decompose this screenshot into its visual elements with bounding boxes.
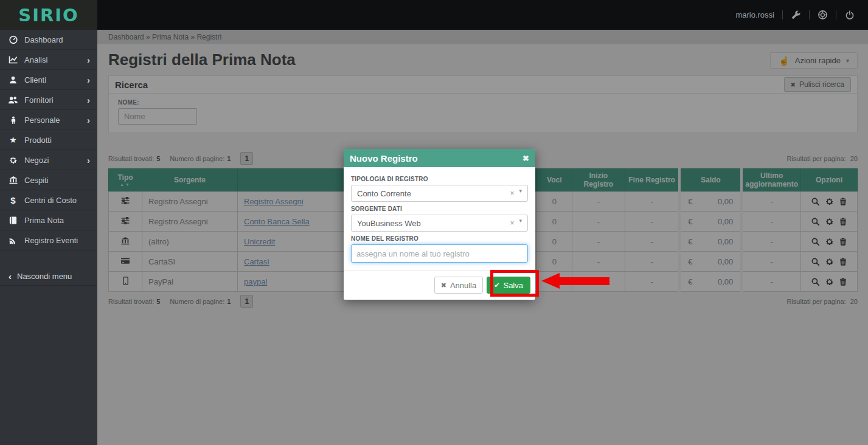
book-icon bbox=[8, 215, 18, 226]
close-icon: ✖ bbox=[441, 281, 446, 289]
topbar-right: mario.rossi bbox=[735, 10, 868, 20]
sidebar-item-label: Clienti bbox=[24, 75, 46, 85]
sidebar-item-personale[interactable]: Personale › bbox=[0, 110, 97, 130]
sorgente-dati-label: SORGENTE DATI bbox=[351, 205, 528, 212]
tipologia-label: TIPOLOGIA DI REGISTRO bbox=[351, 176, 528, 182]
line-chart-icon bbox=[8, 55, 18, 65]
user-icon bbox=[8, 75, 18, 85]
sidebar-item-label: Personale bbox=[24, 116, 60, 125]
sidebar-item-prodotti[interactable]: ★ Prodotti bbox=[0, 130, 97, 150]
power-icon[interactable] bbox=[844, 10, 855, 20]
collapse-menu-label: Nascondi menu bbox=[17, 272, 72, 281]
chevron-left-icon: ‹ bbox=[9, 271, 12, 281]
caret-down-icon: ▾ bbox=[519, 218, 522, 224]
chevron-right-icon: › bbox=[87, 116, 90, 125]
clear-selection-icon[interactable]: × bbox=[510, 219, 514, 227]
cancel-label: Annulla bbox=[450, 281, 476, 290]
sorgente-dati-value: YouBusiness Web bbox=[357, 219, 421, 228]
chevron-right-icon: › bbox=[87, 55, 90, 64]
chevron-right-icon: › bbox=[87, 156, 90, 165]
sidebar-item-prima-nota[interactable]: Prima Nota bbox=[0, 210, 97, 230]
save-label: Salva bbox=[503, 281, 523, 290]
sidebar-item-label: Analisi bbox=[24, 55, 47, 64]
sidebar-item-dashboard[interactable]: Dashboard bbox=[0, 30, 97, 50]
sidebar-item-registro-eventi[interactable]: Registro Eventi bbox=[0, 230, 97, 250]
bank-icon bbox=[8, 175, 18, 185]
topbar-divider bbox=[782, 10, 783, 19]
sidebar-item-negozi[interactable]: Negozi › bbox=[0, 150, 97, 170]
sidebar-item-label: Prima Nota bbox=[24, 216, 64, 225]
nome-registro-label: NOME DEL REGISTRO bbox=[351, 235, 528, 242]
gauge-icon bbox=[8, 35, 18, 45]
sirio-logo: SIRIO bbox=[18, 5, 78, 26]
modal-header: Nuovo Registro ✖ bbox=[344, 149, 535, 167]
topbar-divider bbox=[836, 10, 836, 19]
sidebar-item-label: Centri di Costo bbox=[24, 196, 77, 205]
caret-down-icon: ▾ bbox=[519, 188, 522, 194]
modal-body: TIPOLOGIA DI REGISTRO Conto Corrente × ▾… bbox=[344, 167, 535, 263]
dollar-icon: $ bbox=[8, 195, 18, 205]
cancel-button[interactable]: ✖ Annulla bbox=[434, 277, 484, 294]
sorgente-dati-select[interactable]: YouBusiness Web × ▾ bbox=[351, 215, 528, 232]
sidebar-item-clienti[interactable]: Clienti › bbox=[0, 70, 97, 90]
chevron-right-icon: › bbox=[87, 75, 90, 85]
sidebar-item-label: Negozi bbox=[24, 156, 49, 165]
tipologia-select[interactable]: Conto Corrente × ▾ bbox=[351, 185, 528, 202]
check-icon: ✔ bbox=[494, 281, 499, 289]
users-icon bbox=[8, 95, 18, 105]
sidebar-item-label: Registro Eventi bbox=[24, 236, 78, 245]
collapse-menu-button[interactable]: ‹ Nascondi menu bbox=[0, 267, 97, 286]
star-icon: ★ bbox=[8, 135, 18, 145]
username[interactable]: mario.rossi bbox=[735, 10, 774, 19]
life-ring-icon[interactable] bbox=[818, 10, 828, 20]
sidebar: Dashboard Analisi › Clienti › Fornitori … bbox=[0, 30, 97, 445]
sidebar-item-label: Prodotti bbox=[24, 136, 52, 145]
sidebar-item-fornitori[interactable]: Fornitori › bbox=[0, 90, 97, 110]
modal-title: Nuovo Registro bbox=[350, 153, 418, 164]
clear-selection-icon[interactable]: × bbox=[510, 189, 514, 198]
sidebar-item-centri-di-costo[interactable]: $ Centri di Costo bbox=[0, 190, 97, 210]
sidebar-item-label: Dashboard bbox=[24, 35, 63, 44]
main-content: Dashboard » Prima Nota » Registri Regist… bbox=[97, 30, 868, 445]
save-button[interactable]: ✔ Salva bbox=[487, 277, 530, 294]
chevron-right-icon: › bbox=[87, 95, 90, 105]
modal-footer: ✖ Annulla ✔ Salva bbox=[344, 271, 535, 300]
new-register-modal: Nuovo Registro ✖ TIPOLOGIA DI REGISTRO C… bbox=[344, 149, 535, 300]
topbar: SIRIO mario.rossi bbox=[0, 0, 868, 30]
logo-box[interactable]: SIRIO bbox=[0, 0, 97, 30]
sidebar-item-cespiti[interactable]: Cespiti bbox=[0, 170, 97, 190]
sidebar-item-analisi[interactable]: Analisi › bbox=[0, 50, 97, 70]
tipologia-value: Conto Corrente bbox=[357, 189, 411, 198]
person-icon bbox=[8, 115, 18, 125]
sidebar-item-label: Cespiti bbox=[24, 176, 49, 185]
gear-icon bbox=[8, 155, 18, 165]
rss-icon bbox=[8, 235, 18, 246]
wrench-icon[interactable] bbox=[791, 10, 801, 20]
close-icon[interactable]: ✖ bbox=[523, 154, 529, 163]
topbar-divider bbox=[809, 10, 810, 19]
sidebar-item-label: Fornitori bbox=[24, 95, 54, 105]
register-name-input[interactable] bbox=[351, 244, 528, 263]
